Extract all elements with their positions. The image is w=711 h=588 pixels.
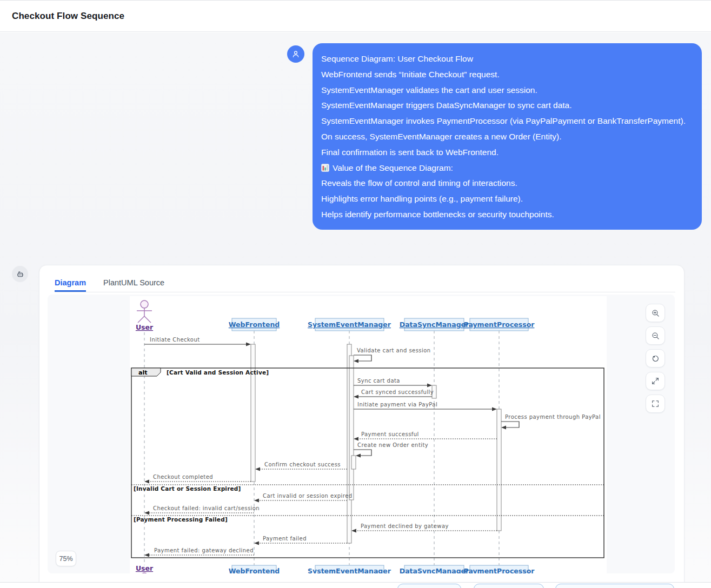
- zoom-out-icon: [651, 331, 660, 340]
- message-label: Create new Order entity: [357, 442, 428, 448]
- message-label: Initiate payment via PayPal: [357, 402, 437, 407]
- message-label: Initiate Checkout: [150, 337, 200, 343]
- message-label: Validate cart and session: [357, 348, 431, 353]
- message-label: Sync cart data: [357, 378, 400, 384]
- message-label: Payment declined by gateway: [361, 523, 449, 529]
- message-line: Sequence Diagram: User Checkout Flow: [321, 51, 691, 67]
- participant-datasyncmanager: DataSyncManager: [400, 318, 469, 331]
- message-label: Cart synced successfully: [361, 389, 434, 395]
- activation-sem-nested: [349, 356, 354, 500]
- participant-datasyncmanager-bottom: DataSyncManager: [400, 565, 469, 573]
- zoom-level-badge: 75%: [56, 551, 76, 566]
- main-content: Sequence Diagram: User Checkout Flow Web…: [0, 32, 711, 582]
- message-line: Helps identify performance bottlenecks o…: [321, 207, 691, 223]
- message-label: Payment successful: [361, 431, 419, 437]
- svg-text:DataSyncManager: DataSyncManager: [400, 320, 469, 329]
- suggestion-chip[interactable]: [555, 584, 674, 588]
- reset-view-icon: [651, 354, 660, 363]
- message-label: Payment failed: gateway declined: [154, 547, 254, 553]
- page-title: Checkout Flow Sequence: [12, 11, 124, 22]
- bar-chart-emoji: [321, 164, 329, 172]
- participant-webfrontend-bottom: WebFrontend: [229, 565, 280, 573]
- zoom-in-icon: [651, 309, 660, 318]
- diagram-canvas[interactable]: alt [Cart Valid and Session Active] [Inv…: [130, 296, 607, 573]
- tab-diagram[interactable]: Diagram: [55, 278, 86, 292]
- page: Checkout Flow Sequence Sequence Diagram:…: [0, 0, 711, 588]
- participant-systemeventmanager: SystemEventManager: [308, 318, 391, 331]
- tab-plantuml-source[interactable]: PlantUML Source: [103, 278, 164, 292]
- user-person-icon: [291, 49, 301, 59]
- fullscreen-icon: [651, 399, 660, 408]
- alt-condition-3: [Payment Processing Failed]: [134, 516, 228, 523]
- message-line: On success, SystemEventManager creates a…: [321, 129, 691, 145]
- message-label: Process payment through PayPal: [505, 414, 601, 420]
- message-line: SystemEventManager validates the cart an…: [321, 83, 691, 98]
- activation-paymentprocessor: [497, 409, 501, 531]
- message-line: SystemEventManager triggers DataSyncMana…: [321, 98, 691, 113]
- alt-operator-label: alt: [138, 369, 147, 376]
- zoom-in-button[interactable]: [646, 304, 665, 322]
- bot-avatar: [12, 266, 28, 282]
- tab-bar: Diagram PlantUML Source: [55, 278, 675, 292]
- svg-text:SystemEventManager: SystemEventManager: [308, 320, 391, 329]
- app-header: Checkout Flow Sequence: [0, 0, 711, 32]
- participant-user-label: User: [136, 323, 154, 331]
- message-line: Final confirmation is sent back to WebFr…: [321, 145, 691, 161]
- actor-user: User: [136, 300, 154, 331]
- participant-systemeventmanager-bottom: SystemEventManager: [308, 565, 391, 573]
- fullscreen-button[interactable]: [646, 395, 665, 413]
- chat-message-bubble: Sequence Diagram: User Checkout Flow Web…: [313, 43, 702, 230]
- svg-text:PaymentProcessor: PaymentProcessor: [464, 320, 535, 329]
- message-label: Payment failed: [263, 536, 307, 542]
- user-avatar: [287, 45, 304, 63]
- expand-button[interactable]: [646, 372, 665, 390]
- svg-text:WebFrontend: WebFrontend: [229, 320, 280, 329]
- sequence-diagram: alt [Cart Valid and Session Active] [Inv…: [130, 296, 607, 573]
- message-line-heading: Value of the Sequence Diagram:: [321, 161, 691, 176]
- reset-view-button[interactable]: [646, 349, 665, 368]
- message-line: Reveals the flow of control and timing o…: [321, 176, 691, 191]
- participant-paymentprocessor: PaymentProcessor: [464, 318, 535, 331]
- svg-text:WebFrontend: WebFrontend: [229, 567, 280, 573]
- message-line: WebFrontend sends “Initiate Checkout” re…: [321, 67, 691, 83]
- expand-icon: [651, 377, 660, 385]
- alt-condition-1: [Cart Valid and Session Active]: [167, 369, 269, 376]
- message-line: SystemEventManager invokes PaymentProces…: [321, 113, 691, 129]
- message-label: Checkout failed: invalid cart/session: [153, 505, 260, 511]
- svg-text:SystemEventManager: SystemEventManager: [308, 567, 391, 573]
- diagram-viewport[interactable]: alt [Cart Valid and Session Active] [Inv…: [48, 295, 675, 573]
- svg-text:DataSyncManager: DataSyncManager: [400, 567, 469, 573]
- message-label: Checkout completed: [153, 474, 213, 480]
- participant-webfrontend: WebFrontend: [229, 318, 280, 331]
- activation-webfrontend: [251, 344, 255, 482]
- svg-text:User: User: [136, 564, 154, 572]
- alt-condition-2: [Invalid Cart or Session Expired]: [134, 485, 241, 492]
- suggestion-chip[interactable]: [397, 584, 461, 588]
- suggestion-chip[interactable]: [474, 584, 544, 588]
- diagram-toolbar: [646, 304, 665, 413]
- svg-text:PaymentProcessor: PaymentProcessor: [464, 567, 535, 573]
- message-line: Highlights error handling points (e.g., …: [321, 191, 691, 207]
- value-heading: Value of the Sequence Diagram:: [333, 161, 453, 176]
- robot-icon: [16, 270, 25, 279]
- participant-paymentprocessor-bottom: PaymentProcessor: [464, 565, 535, 573]
- activation-sem-order: [351, 456, 356, 469]
- message-label: Cart invalid or session expired: [263, 493, 353, 499]
- message-label: Confirm checkout success: [264, 462, 341, 467]
- zoom-out-button[interactable]: [646, 326, 665, 345]
- participant-user-bottom: User: [136, 564, 154, 573]
